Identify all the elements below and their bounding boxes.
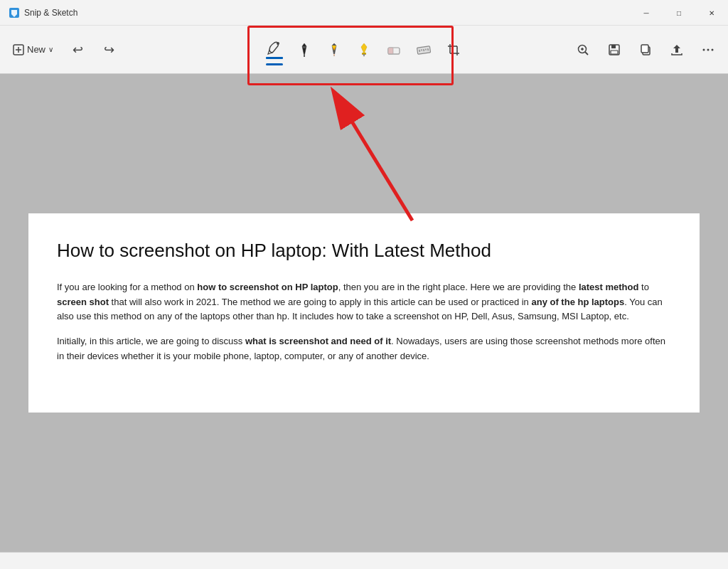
title-bar-left: Snip & Sketch — [9, 7, 77, 18]
toolbar-left: New ∨ ↩ ↪ — [6, 36, 123, 64]
drawing-tools — [260, 33, 468, 67]
highlighter-icon — [356, 42, 372, 58]
svg-point-40 — [707, 48, 710, 50]
svg-rect-29 — [450, 46, 457, 53]
svg-point-41 — [712, 48, 714, 50]
svg-point-8 — [304, 55, 305, 57]
app-icon — [9, 7, 20, 18]
app-title: Snip & Sketch — [24, 8, 77, 18]
close-button[interactable]: ✕ — [695, 0, 728, 26]
article-paragraph-1: If you are looking for a method on how t… — [57, 280, 671, 324]
minimize-button[interactable]: ─ — [630, 0, 663, 26]
save-button[interactable] — [600, 36, 628, 64]
highlighter-tool[interactable] — [350, 33, 378, 67]
active-indicator — [266, 57, 283, 59]
new-label: New — [27, 44, 46, 55]
ruler-icon — [416, 42, 432, 58]
share-icon — [670, 43, 683, 56]
svg-rect-36 — [611, 50, 618, 54]
toolbar-right — [569, 36, 722, 64]
copy-button[interactable] — [631, 36, 660, 64]
article-paragraph-2: Initially, in this article, we are going… — [57, 334, 671, 364]
article-title: How to screenshot on HP laptop: With Lat… — [57, 239, 671, 263]
undo-button[interactable]: ↩ — [63, 36, 92, 64]
zoom-in-icon — [577, 43, 589, 56]
svg-marker-12 — [333, 54, 335, 57]
title-bar: Snip & Sketch ─ □ ✕ — [0, 0, 728, 26]
eraser-icon — [386, 42, 402, 58]
new-icon — [13, 44, 24, 55]
svg-rect-17 — [388, 48, 393, 54]
new-button[interactable]: New ∨ — [6, 40, 60, 60]
crop-tool[interactable] — [439, 33, 468, 67]
new-chevron-icon: ∨ — [48, 46, 53, 53]
content-area: How to screenshot on HP laptop: With Lat… — [0, 74, 728, 552]
ballpoint-pen-tool[interactable] — [290, 33, 318, 67]
more-options-icon — [702, 43, 714, 56]
svg-marker-13 — [361, 43, 367, 53]
maximize-button[interactable]: □ — [663, 0, 695, 26]
redo-icon: ↪ — [104, 42, 114, 58]
svg-marker-15 — [363, 54, 365, 57]
undo-icon: ↩ — [73, 42, 83, 58]
pencil-icon — [326, 42, 342, 58]
ruler-tool[interactable] — [410, 33, 438, 67]
copy-icon — [639, 43, 652, 56]
more-options-button[interactable] — [694, 36, 722, 64]
pencil-tool[interactable] — [320, 33, 348, 67]
save-icon — [608, 43, 621, 56]
svg-point-39 — [703, 48, 705, 50]
share-button[interactable] — [663, 36, 691, 64]
redo-button[interactable]: ↪ — [95, 36, 123, 64]
zoom-in-button[interactable] — [569, 36, 597, 64]
status-bar — [0, 552, 728, 569]
eraser-tool[interactable] — [380, 33, 408, 67]
svg-point-5 — [277, 42, 279, 45]
window-controls: ─ □ ✕ — [630, 0, 728, 26]
crop-icon — [446, 42, 461, 58]
svg-marker-10 — [332, 46, 336, 48]
toolbar: New ∨ ↩ ↪ — [0, 26, 728, 74]
svg-rect-38 — [641, 45, 648, 53]
article-card: How to screenshot on HP laptop: With Lat… — [28, 213, 700, 413]
svg-rect-35 — [611, 45, 616, 48]
svg-marker-6 — [302, 43, 306, 56]
touch-writing-icon — [267, 40, 282, 55]
svg-line-33 — [585, 52, 588, 55]
ballpoint-pen-icon — [296, 42, 312, 58]
touch-writing-tool[interactable] — [260, 33, 289, 67]
